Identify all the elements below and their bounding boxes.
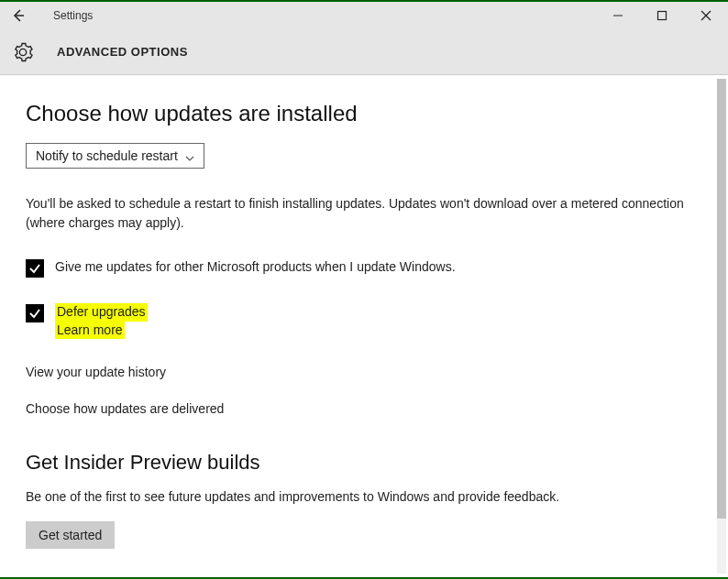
- window-title: Settings: [53, 9, 93, 22]
- back-button[interactable]: [9, 6, 28, 25]
- close-icon: [700, 10, 711, 21]
- insider-description: Be one of the first to see future update…: [26, 487, 686, 507]
- section-title-updates: Choose how updates are installed: [26, 101, 702, 126]
- checkbox-defer-upgrades[interactable]: [26, 304, 44, 322]
- learn-more-link[interactable]: Learn more: [55, 322, 125, 340]
- link-updates-delivered[interactable]: Choose how updates are delivered: [26, 401, 702, 416]
- check-icon: [28, 262, 41, 275]
- link-update-history[interactable]: View your update history: [26, 365, 702, 379]
- settings-icon-wrap: [11, 40, 35, 64]
- checkbox-other-products[interactable]: [26, 259, 44, 278]
- close-button[interactable]: [693, 3, 719, 28]
- checkbox-other-products-label: Give me updates for other Microsoft prod…: [55, 258, 456, 277]
- section-title-insider: Get Insider Preview builds: [26, 451, 702, 475]
- scrollbar-thumb[interactable]: [717, 79, 726, 519]
- check-icon: [28, 307, 41, 320]
- minimize-button[interactable]: [605, 3, 631, 28]
- restart-schedule-dropdown[interactable]: Notify to schedule restart: [26, 143, 204, 169]
- schedule-description: You'll be asked to schedule a restart to…: [26, 194, 686, 233]
- checkbox-row-other-products: Give me updates for other Microsoft prod…: [26, 258, 702, 278]
- chevron-down-icon: [185, 151, 194, 160]
- svg-rect-2: [658, 12, 667, 20]
- checkbox-defer-label: Defer upgrades: [55, 303, 148, 322]
- checkbox-row-defer: Defer upgrades Learn more: [26, 303, 702, 339]
- maximize-button[interactable]: [649, 3, 675, 28]
- scrollbar-track[interactable]: [717, 79, 726, 574]
- maximize-icon: [656, 10, 667, 21]
- minimize-icon: [612, 10, 623, 21]
- title-bar: Settings: [0, 2, 728, 29]
- content-area: Choose how updates are installed Notify …: [0, 75, 728, 577]
- page-header: ADVANCED OPTIONS: [0, 29, 728, 75]
- gear-icon: [13, 42, 33, 62]
- window-controls: [605, 3, 719, 28]
- dropdown-value: Notify to schedule restart: [36, 148, 178, 163]
- page-heading: ADVANCED OPTIONS: [57, 45, 188, 59]
- get-started-button[interactable]: Get started: [26, 521, 115, 549]
- arrow-left-icon: [11, 8, 26, 23]
